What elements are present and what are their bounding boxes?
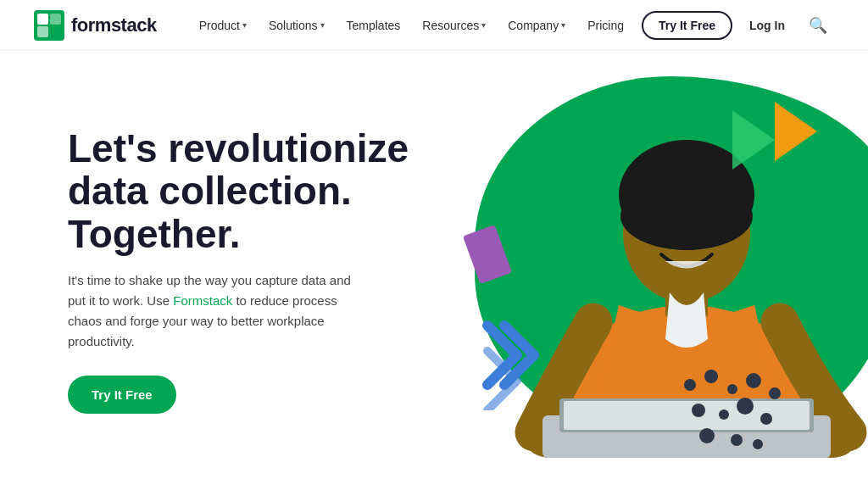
svg-point-14	[760, 413, 772, 425]
nav-right: Try It Free Log In 🔍	[642, 9, 834, 42]
svg-point-10	[769, 387, 781, 399]
svg-point-9	[746, 373, 761, 388]
solutions-chevron-icon: ▾	[320, 20, 325, 30]
arrow-decoration	[732, 102, 817, 173]
hero-right	[424, 51, 834, 490]
dots-decoration	[682, 368, 783, 456]
hero-heading: Let's revolutionize data collection. Tog…	[68, 127, 424, 256]
logo[interactable]: formstack	[34, 10, 157, 41]
nav-item-product[interactable]: Product ▾	[191, 12, 255, 39]
nav-try-button[interactable]: Try It Free	[642, 11, 732, 40]
product-chevron-icon: ▾	[242, 20, 247, 30]
logo-icon	[34, 10, 64, 41]
svg-point-15	[699, 428, 715, 443]
svg-marker-5	[732, 110, 775, 170]
logo-text: formstack	[71, 14, 157, 36]
svg-point-6	[684, 379, 696, 391]
nav-item-resources[interactable]: Resources ▾	[414, 12, 494, 39]
svg-rect-1	[37, 14, 48, 25]
nav-item-pricing[interactable]: Pricing	[579, 12, 632, 39]
svg-point-17	[753, 439, 763, 449]
svg-rect-2	[37, 26, 48, 37]
svg-point-12	[719, 409, 729, 420]
resources-chevron-icon: ▾	[481, 20, 486, 30]
nav-item-templates[interactable]: Templates	[338, 12, 409, 39]
nav-links: Product ▾ Solutions ▾ Templates Resource…	[191, 12, 642, 39]
hero-cta-button[interactable]: Try It Free	[68, 376, 176, 414]
search-icon[interactable]: 🔍	[802, 9, 834, 42]
svg-point-16	[731, 434, 743, 446]
formstack-link[interactable]: Formstack	[173, 293, 232, 308]
svg-point-13	[737, 398, 754, 415]
svg-point-23	[659, 225, 675, 242]
navbar: formstack Product ▾ Solutions ▾ Template…	[0, 0, 868, 51]
nav-login-link[interactable]: Log In	[741, 12, 793, 39]
blue-chevrons-decoration	[479, 317, 555, 414]
svg-point-22	[620, 182, 753, 250]
svg-point-24	[698, 225, 714, 242]
svg-point-11	[692, 404, 705, 417]
company-chevron-icon: ▾	[561, 20, 565, 30]
svg-marker-4	[775, 102, 817, 161]
hero-subtext: It's time to shake up the way you captur…	[68, 270, 356, 352]
svg-point-7	[704, 370, 718, 383]
nav-item-solutions[interactable]: Solutions ▾	[260, 12, 333, 39]
nav-item-company[interactable]: Company ▾	[499, 12, 574, 39]
svg-point-8	[727, 384, 737, 394]
hero-section: Let's revolutionize data collection. Tog…	[0, 51, 868, 490]
svg-rect-3	[50, 14, 61, 25]
hero-left: Let's revolutionize data collection. Tog…	[68, 127, 424, 415]
